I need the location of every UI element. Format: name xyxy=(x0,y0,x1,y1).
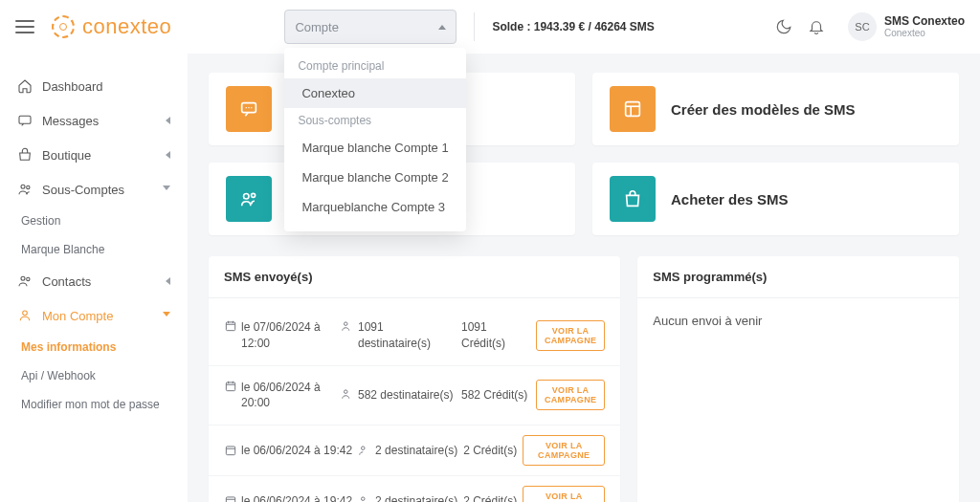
svg-rect-0 xyxy=(19,116,31,123)
svg-point-4 xyxy=(27,277,30,280)
table-row: le 07/06/2024 à 12:00 1091 destinataire(… xyxy=(209,306,620,365)
action-create-templates[interactable]: Créer des modèles de SMS xyxy=(592,73,959,145)
account-select[interactable]: Compte xyxy=(284,10,457,44)
people-mini-icon xyxy=(358,494,371,502)
row-credits: 582 Crédit(s) xyxy=(461,388,527,402)
svg-point-9 xyxy=(251,107,252,108)
chevron-left-icon xyxy=(166,117,170,124)
sidebar-label: Dashboard xyxy=(42,79,103,94)
dropdown-item-sub-1[interactable]: Marque blanche Compte 1 xyxy=(284,133,466,163)
svg-rect-15 xyxy=(226,322,234,331)
sidebar-sub-api-webhook[interactable]: Api / Webhook xyxy=(0,361,188,390)
svg-point-19 xyxy=(345,322,348,326)
svg-point-30 xyxy=(362,497,366,501)
svg-rect-10 xyxy=(626,102,640,117)
svg-point-3 xyxy=(21,276,25,280)
dropdown-item-sub-2[interactable]: Marque blanche Compte 2 xyxy=(284,163,466,192)
user-name: SMS Conexteo xyxy=(884,14,965,28)
account-select-placeholder: Compte xyxy=(295,20,339,34)
avatar: SC xyxy=(848,12,877,41)
logo-icon xyxy=(52,15,75,38)
sidebar-item-contacts[interactable]: Contacts xyxy=(0,264,188,298)
people-mini-icon xyxy=(341,387,354,401)
svg-rect-20 xyxy=(226,382,234,391)
table-row: le 06/06/2024 à 19:42 2 destinataire(s) … xyxy=(209,475,620,502)
row-credits: 1091 Crédit(s) xyxy=(461,320,505,350)
svg-point-8 xyxy=(248,107,249,108)
dropdown-sub-label: Sous-comptes xyxy=(284,108,466,133)
panel-sms-scheduled: SMS programmé(s) Aucun envoi à venir xyxy=(637,256,959,502)
notifications-button[interactable] xyxy=(800,11,833,43)
action-label: Créer des modèles de SMS xyxy=(671,101,856,118)
sidebar-label: Messages xyxy=(42,114,99,128)
row-date: le 07/06/2024 à 12:00 xyxy=(241,319,335,352)
svg-rect-25 xyxy=(226,447,234,455)
chat-icon xyxy=(226,86,272,132)
user-company: Conexteo xyxy=(884,28,965,39)
people-mini-icon xyxy=(341,319,354,333)
sidebar-sub-modifier-mdp[interactable]: Modifier mon mot de passe xyxy=(0,390,188,419)
moon-icon xyxy=(775,18,792,35)
svg-point-5 xyxy=(23,311,28,316)
view-campaign-button[interactable]: VOIR LA CAMPAGNE xyxy=(523,435,605,466)
calendar-icon xyxy=(224,380,237,393)
view-campaign-button[interactable]: VOIR LA CAMPAGNE xyxy=(536,320,605,351)
row-date: le 06/06/2024 à 19:42 xyxy=(241,444,352,457)
row-recipients: 582 destinataire(s) xyxy=(358,387,453,404)
sidebar: Dashboard Messages Boutique Sous-Comptes xyxy=(0,54,188,502)
panel-sms-sent: SMS envoyé(s) le 07/06/2024 à 12:00 1091… xyxy=(209,256,620,502)
svg-point-2 xyxy=(27,186,30,188)
sidebar-sub-gestion[interactable]: Gestion xyxy=(0,207,188,235)
account-dropdown: Compte principal Conexteo Sous-comptes M… xyxy=(284,48,466,231)
table-row: le 06/06/2024 à 20:00 582 destinataire(s… xyxy=(209,365,620,426)
action-label: Acheter des SMS xyxy=(671,191,789,207)
view-campaign-button[interactable]: VOIR LA CAMPAGNE xyxy=(523,486,605,502)
calendar-icon xyxy=(224,444,237,457)
panel-title: SMS envoyé(s) xyxy=(209,256,620,298)
user-icon xyxy=(17,308,33,323)
action-buy-sms[interactable]: Acheter des SMS xyxy=(592,163,959,235)
table-row: le 06/06/2024 à 19:42 2 destinataire(s) … xyxy=(209,425,620,475)
divider xyxy=(474,12,475,41)
bell-icon xyxy=(808,18,825,35)
row-recipients: 2 destinataire(s) xyxy=(375,494,457,502)
bag-icon xyxy=(610,176,656,222)
theme-toggle[interactable] xyxy=(768,11,800,43)
row-credits: 2 Crédit(s) xyxy=(463,444,517,457)
sidebar-item-sous-comptes[interactable]: Sous-Comptes xyxy=(0,172,188,207)
contacts-icon xyxy=(17,273,33,289)
svg-point-1 xyxy=(21,185,25,188)
scheduled-empty-text: Aucun envoi à venir xyxy=(637,298,959,343)
svg-point-14 xyxy=(252,193,256,197)
sidebar-label: Boutique xyxy=(42,148,91,163)
people-mini-icon xyxy=(358,444,371,457)
sidebar-item-dashboard[interactable]: Dashboard xyxy=(0,69,188,103)
sidebar-sub-mes-informations[interactable]: Mes informations xyxy=(0,333,188,361)
dropdown-main-label: Compte principal xyxy=(284,54,466,78)
chevron-down-icon xyxy=(163,186,170,194)
chevron-left-icon xyxy=(166,277,170,285)
sidebar-item-messages[interactable]: Messages xyxy=(0,103,188,138)
chevron-left-icon xyxy=(166,151,170,159)
brand-text: conexteo xyxy=(82,14,171,39)
chevron-up-icon xyxy=(438,25,446,30)
svg-point-13 xyxy=(244,194,250,200)
row-recipients: 2 destinataire(s) xyxy=(375,444,457,457)
sidebar-sub-marque-blanche[interactable]: Marque Blanche xyxy=(0,235,188,264)
dropdown-item-sub-3[interactable]: Marqueblanche Compte 3 xyxy=(284,192,466,222)
sidebar-item-mon-compte[interactable]: Mon Compte xyxy=(0,298,188,333)
row-date: le 06/06/2024 à 20:00 xyxy=(241,380,335,412)
calendar-icon xyxy=(224,319,237,333)
people-icon xyxy=(226,176,272,222)
balance-text: Solde : 1943.39 € / 46264 SMS xyxy=(492,20,654,33)
panel-title: SMS programmé(s) xyxy=(637,256,959,298)
dropdown-item-main[interactable]: Conexteo xyxy=(284,78,466,108)
template-icon xyxy=(610,86,656,132)
sidebar-item-boutique[interactable]: Boutique xyxy=(0,138,188,172)
view-campaign-button[interactable]: VOIR LA CAMPAGNE xyxy=(536,380,605,410)
svg-point-24 xyxy=(345,390,348,394)
brand-logo: conexteo xyxy=(52,14,171,39)
user-menu[interactable]: SC SMS Conexteo Conexteo xyxy=(838,12,965,41)
svg-point-27 xyxy=(362,447,366,450)
menu-toggle[interactable] xyxy=(15,20,34,33)
